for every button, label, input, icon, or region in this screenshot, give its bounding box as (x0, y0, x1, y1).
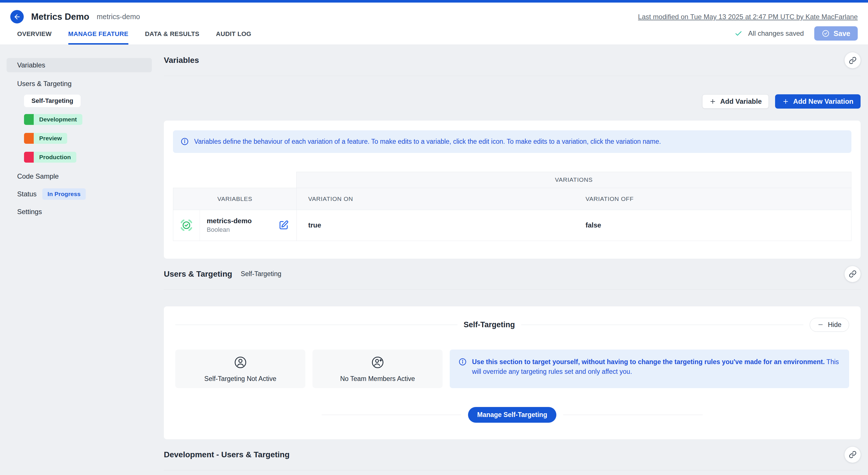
user-plus-circle-icon (370, 355, 385, 370)
divider (563, 415, 703, 415)
add-variable-button[interactable]: Add Variable (702, 94, 769, 108)
env-color-development (24, 114, 34, 125)
sidebar-item-env-preview[interactable]: Preview (24, 133, 67, 144)
variation-off-value: false (574, 221, 601, 229)
manage-self-targeting-button[interactable]: Manage Self-Targeting (468, 407, 556, 423)
tab-manage-feature[interactable]: MANAGE FEATURE (68, 30, 128, 44)
variable-target-icon (179, 218, 193, 232)
users-targeting-heading: Users & Targeting (164, 270, 232, 279)
team-members-status-card: No Team Members Active (312, 350, 442, 388)
tab-data-results[interactable]: DATA & RESULTS (145, 30, 199, 44)
link-icon (849, 57, 857, 64)
plus-icon (709, 98, 716, 105)
sidebar: Variables Users & Targeting Self-Targeti… (0, 45, 156, 219)
check-icon (735, 29, 743, 37)
edit-icon (278, 220, 289, 231)
saved-status: All changes saved Save (735, 26, 858, 44)
add-new-variation-button[interactable]: Add New Variation (775, 94, 861, 108)
variables-info-text: Variables define the behaviour of each v… (194, 137, 661, 147)
hide-button[interactable]: Hide (810, 318, 849, 332)
variable-type: Boolean (207, 226, 252, 233)
status-badge[interactable]: In Progress (42, 188, 86, 200)
minus-icon (817, 321, 824, 328)
variables-info-banner: Variables define the behaviour of each v… (173, 130, 851, 153)
divider (521, 325, 803, 325)
info-icon (458, 357, 467, 366)
variation-on-cell: true (297, 210, 574, 241)
col-header-variation-off: VARIATION OFF (574, 188, 851, 210)
saved-status-text: All changes saved (748, 29, 804, 37)
divider (175, 325, 458, 325)
self-targeting-info-text: Use this section to target yourself, wit… (472, 357, 841, 377)
col-header-variables: VARIABLES (173, 188, 297, 210)
page: Metrics Demo metrics-demo Last modified … (0, 0, 868, 475)
self-targeting-status-card: Self-Targeting Not Active (175, 350, 305, 388)
self-targeting-title: Self-Targeting (464, 320, 515, 329)
arrow-left-icon (13, 13, 21, 21)
page-subtitle: metrics-demo (97, 12, 140, 21)
check-circle-icon (822, 29, 830, 37)
header: Metrics Demo metrics-demo Last modified … (0, 3, 868, 45)
variations-group-header: VARIATIONS (296, 172, 851, 188)
page-title: Metrics Demo (31, 12, 89, 22)
last-modified-link[interactable]: Last modified on Tue May 13 2025 at 2:47… (638, 13, 858, 21)
sidebar-item-status[interactable]: Status (7, 190, 37, 198)
variables-link-button[interactable] (844, 52, 861, 68)
sidebar-item-variables[interactable]: Variables (7, 58, 152, 72)
variables-card: Variables define the behaviour of each v… (164, 121, 861, 259)
link-icon (849, 270, 857, 278)
info-icon (180, 137, 189, 146)
team-members-status-label: No Team Members Active (340, 375, 415, 383)
users-targeting-link-button[interactable] (844, 266, 861, 282)
development-link-button[interactable] (844, 447, 861, 463)
plus-icon (782, 98, 789, 105)
variation-on-value: true (297, 221, 321, 229)
variables-table: VARIATIONS VARIABLES VARIATION ON VARIAT… (173, 172, 851, 241)
env-color-preview (24, 133, 34, 144)
table-row: metrics-demo Boolean true false (173, 210, 851, 241)
self-targeting-info-banner: Use this section to target yourself, wit… (450, 350, 849, 388)
sidebar-item-env-production[interactable]: Production (24, 152, 76, 163)
save-button[interactable]: Save (814, 26, 858, 40)
variables-heading: Variables (164, 56, 199, 65)
user-circle-icon (233, 355, 248, 370)
development-section-header: Development - Users & Targeting (164, 439, 861, 470)
sidebar-item-env-development[interactable]: Development (24, 114, 82, 125)
top-accent-bar (0, 0, 868, 3)
sidebar-item-users-targeting[interactable]: Users & Targeting (7, 77, 156, 91)
variation-off-cell: false (574, 210, 851, 241)
col-header-variation-on: VARIATION ON (297, 188, 574, 210)
sidebar-item-settings[interactable]: Settings (7, 205, 156, 219)
tab-overview[interactable]: OVERVIEW (17, 30, 52, 44)
tab-bar: OVERVIEW MANAGE FEATURE DATA & RESULTS A… (17, 30, 251, 44)
variables-actions: Add Variable Add New Variation (164, 94, 861, 108)
tab-audit-log[interactable]: AUDIT LOG (216, 30, 251, 44)
variable-name: metrics-demo (207, 217, 252, 225)
env-color-production (24, 152, 34, 163)
variable-icon-cell (173, 210, 199, 241)
sidebar-item-self-targeting[interactable]: Self-Targeting (24, 95, 81, 107)
link-icon (849, 451, 857, 458)
self-targeting-status-label: Self-Targeting Not Active (205, 375, 276, 383)
variable-name-cell: metrics-demo Boolean (199, 210, 297, 241)
edit-variable-button[interactable] (278, 220, 289, 231)
main-content: Variables Add Variable Add New Variation (156, 45, 868, 475)
variables-section-header: Variables (164, 45, 861, 76)
development-heading: Development - Users & Targeting (164, 450, 290, 459)
back-button[interactable] (10, 10, 24, 24)
users-targeting-subheading: Self-Targeting (241, 270, 281, 278)
divider (322, 415, 461, 415)
self-targeting-card: Self-Targeting Hide Self-Targ (164, 306, 861, 439)
users-targeting-section-header: Users & Targeting Self-Targeting (164, 259, 861, 290)
sidebar-item-code-sample[interactable]: Code Sample (7, 169, 156, 183)
